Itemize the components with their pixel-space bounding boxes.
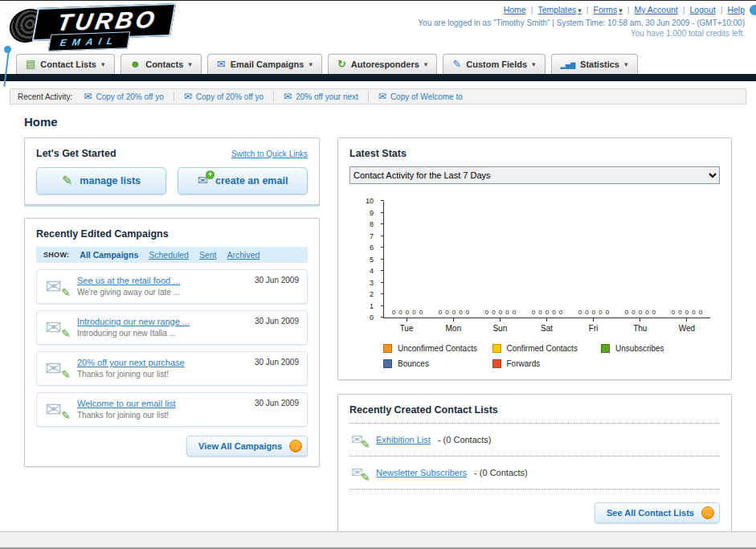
campaigns-title: Recently Edited Campaigns <box>36 228 308 240</box>
link-home[interactable]: Home <box>504 5 526 14</box>
legend-swatch <box>383 344 392 353</box>
bar-value-label: 0 <box>459 309 462 317</box>
campaign-row[interactable]: See us at the retail food ... We're givi… <box>36 269 308 304</box>
campaign-row[interactable]: Welcome to our email list Thanks for joi… <box>36 392 308 427</box>
tab-statistics[interactable]: Statistics <box>551 54 638 74</box>
recent-activity-bar: Recent Activity: Copy of 20% off yo Copy… <box>10 88 746 104</box>
bar-value-label: 0 <box>492 309 495 317</box>
campaign-date: 30 Jun 2009 <box>255 358 299 367</box>
y-tick <box>381 282 384 283</box>
y-tick-label: 5 <box>370 256 374 264</box>
main-content: Home Let's Get Started Switch to Quick L… <box>0 115 756 534</box>
campaign-row[interactable]: 20% off your next purchase Thanks for jo… <box>36 351 308 386</box>
y-tick <box>381 293 384 294</box>
bar-value-label: 0 <box>672 309 675 317</box>
campaign-title-link[interactable]: 20% off your next purchase <box>77 358 247 367</box>
tab-label: Custom Fields <box>466 59 527 69</box>
envelope-icon <box>84 92 92 101</box>
campaign-subtitle: Thanks for joining our list! <box>77 411 247 420</box>
legend-item: Bounces <box>383 359 492 368</box>
recent-activity-item[interactable]: Copy of Welcome to <box>378 92 472 101</box>
bar-value-label: 0 <box>513 309 516 317</box>
switch-quick-links-link[interactable]: Switch to Quick Links <box>231 150 308 158</box>
bar-value-label: 0 <box>412 309 415 317</box>
y-tick <box>381 259 384 260</box>
recent-activity-item[interactable]: Copy of 20% off yo <box>84 92 174 101</box>
left-column: Let's Get Started Switch to Quick Links … <box>24 137 320 467</box>
link-logout[interactable]: Logout <box>690 5 716 14</box>
legend-label: Unconfirmed Contacts <box>398 344 477 353</box>
envelope-pencil-icon <box>351 465 369 481</box>
tab-contact-lists[interactable]: Contact Lists <box>16 54 115 74</box>
bar-value-label: 0 <box>466 309 469 317</box>
page-footer <box>0 531 756 549</box>
campaign-title-link[interactable]: Introducing our new range ... <box>77 317 247 326</box>
envelope-plus-icon <box>198 174 208 187</box>
campaign-date: 30 Jun 2009 <box>255 317 299 326</box>
credits-info: You have 1,000 total credits left. <box>418 29 745 38</box>
envelope-pencil-icon <box>351 432 369 448</box>
y-tick-label: 7 <box>370 233 374 240</box>
link-my-account[interactable]: My Account <box>635 5 678 14</box>
bar-value-label: 0 <box>692 309 695 317</box>
y-tick <box>381 270 384 271</box>
link-templates[interactable]: Templates <box>537 5 581 14</box>
stats-period-select[interactable]: Contact Activity for the Last 7 Days <box>349 166 720 184</box>
link-help[interactable]: Help <box>727 5 745 14</box>
bar-value-label: 0 <box>538 309 541 317</box>
tab-custom-fields[interactable]: Custom Fields <box>443 54 545 74</box>
header: TURBO EMAIL Home Templates Forms My Acco… <box>0 1 756 52</box>
filter-all-campaigns[interactable]: All Campaigns <box>80 250 138 260</box>
latest-stats-title: Latest Stats <box>349 148 720 159</box>
chevron-down-icon <box>619 6 623 14</box>
contact-list-row[interactable]: Newsletter Subscribers - (0 Contacts) <box>349 457 720 490</box>
bar-value-label: 0 <box>532 309 535 317</box>
manage-lists-button[interactable]: manage lists <box>36 167 166 195</box>
bar-value-label: 0 <box>652 309 656 317</box>
legend-item: Unsubscribes <box>601 344 710 353</box>
logo-sub-banner: EMAIL <box>48 31 131 51</box>
contact-list-link[interactable]: Exhibition List <box>376 435 431 445</box>
bar-group: 00000 <box>431 309 477 317</box>
y-tick <box>381 236 384 236</box>
recent-activity-item-label: Copy of 20% off yo <box>96 92 163 101</box>
envelope-pencil-icon <box>45 317 69 338</box>
campaign-title-link[interactable]: Welcome to our email list <box>77 399 247 408</box>
tab-contacts[interactable]: Contacts <box>121 54 202 74</box>
show-label: SHOW: <box>43 251 69 259</box>
tab-label: Autoresponders <box>351 59 419 69</box>
legend-item: Unconfirmed Contacts <box>383 344 492 353</box>
y-tick-label: 0 <box>370 314 374 322</box>
manage-lists-label: manage lists <box>80 175 141 186</box>
recent-activity-item[interactable]: Copy of 20% off yo <box>184 92 274 101</box>
bar-value-label: 0 <box>639 309 642 317</box>
pencil-icon <box>61 409 71 422</box>
y-tick <box>381 212 384 213</box>
chevron-down-icon <box>188 59 192 68</box>
see-all-contact-lists-label: See All Contact Lists <box>607 508 694 518</box>
contact-list-link[interactable]: Newsletter Subscribers <box>376 468 467 477</box>
y-tick-label: 10 <box>366 198 374 205</box>
pencil-icon <box>61 286 71 299</box>
filter-scheduled[interactable]: Scheduled <box>149 250 189 260</box>
arrow-right-icon <box>289 440 302 453</box>
chevron-down-icon <box>532 59 536 68</box>
link-forms[interactable]: Forms <box>594 5 623 14</box>
campaigns-filter-bar: SHOW: All Campaigns Scheduled Sent Archi… <box>36 247 308 263</box>
view-all-campaigns-button[interactable]: View All Campaigns <box>186 436 308 457</box>
legend-swatch <box>383 359 392 368</box>
see-all-contact-lists-button[interactable]: See All Contact Lists <box>595 502 720 523</box>
campaign-row[interactable]: Introducing our new range ... Introducin… <box>36 310 308 345</box>
y-tick-label: 8 <box>370 221 374 228</box>
tab-email-campaigns[interactable]: Email Campaigns <box>207 54 322 74</box>
filter-archived[interactable]: Archived <box>227 250 260 260</box>
email-campaigns-icon <box>217 59 226 69</box>
tab-autoresponders[interactable]: Autoresponders <box>328 54 437 74</box>
contact-list-row[interactable]: Exhibition List - (0 Contacts) <box>349 424 720 457</box>
create-email-button[interactable]: create an email <box>178 167 308 195</box>
campaign-title-link[interactable]: See us at the retail food ... <box>77 276 247 285</box>
recent-activity-item[interactable]: 20% off your next <box>284 92 369 101</box>
filter-sent[interactable]: Sent <box>199 250 217 260</box>
campaign-date: 30 Jun 2009 <box>255 276 299 285</box>
chevron-down-icon <box>101 59 105 68</box>
